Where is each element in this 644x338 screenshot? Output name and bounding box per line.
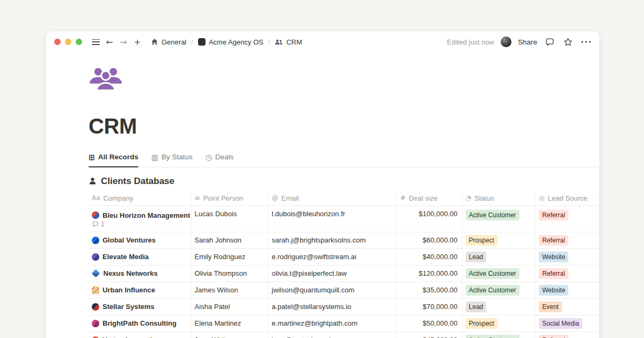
status-cell[interactable]: Lead	[463, 299, 536, 315]
deal-size-cell[interactable]: $100,000.00	[397, 206, 463, 232]
avatar[interactable]	[501, 36, 511, 47]
company-cell[interactable]: Stellar Systems	[89, 299, 192, 315]
column-label: Status	[474, 194, 494, 202]
forward-button[interactable]: →	[118, 35, 129, 48]
company-cell[interactable]: Urban Influence	[89, 282, 192, 298]
point-person-cell[interactable]: Emily Rodriguez	[192, 249, 269, 265]
company-logo-icon	[92, 253, 99, 261]
email-cell-value: e.rodriguez@swiftstream.ai	[272, 253, 356, 261]
column-header-deal-size[interactable]: #Deal size	[397, 191, 463, 205]
email-cell[interactable]: l.dubois@bleuhorizon.fr	[268, 206, 397, 232]
more-options-button[interactable]	[580, 35, 592, 48]
lead-source-cell[interactable]: Referral	[536, 206, 599, 232]
point-person-cell[interactable]: Elena Martinez	[192, 315, 269, 332]
company-cell[interactable]: Bleu Horizon Management1	[89, 206, 192, 232]
tab-all-records[interactable]: ⊞All Records	[89, 153, 138, 167]
column-header-company[interactable]: AaCompany	[89, 191, 192, 205]
column-label: Lead Source	[548, 194, 588, 202]
breadcrumb-label: CRM	[286, 38, 302, 46]
email-cell-value: e.martinez@brightpath.com	[272, 319, 357, 327]
point-person-cell[interactable]: Olivia Thompson	[192, 266, 269, 282]
back-button[interactable]: ←	[104, 35, 115, 48]
status-tag: Active Customer	[466, 335, 519, 338]
lead-source-cell[interactable]: Referral	[536, 266, 599, 282]
company-cell[interactable]: Nexus Networks	[89, 266, 192, 282]
minimize-window-button[interactable]	[65, 39, 71, 45]
email-cell[interactable]: jwilson@quantumquill.com	[268, 282, 397, 298]
lead-source-tag: Social Media	[539, 318, 582, 329]
deal-size-cell[interactable]: $60,000.00	[397, 232, 463, 248]
comments-button[interactable]	[544, 35, 555, 48]
deal-size-cell[interactable]: $50,000.00	[397, 315, 463, 332]
new-page-button[interactable]: +	[131, 35, 143, 48]
window-topbar: ← → + General/Acme Agency OS/CRM Edited …	[46, 31, 599, 53]
breadcrumb-item[interactable]: General	[149, 37, 188, 47]
ellipsis-icon	[581, 41, 591, 43]
select-property-icon: ◎	[539, 194, 544, 202]
email-cell[interactable]: jenn@vertexinnov.io	[268, 332, 397, 338]
status-cell[interactable]: Active Customer	[463, 332, 536, 338]
deal-size-cell[interactable]: $70,000.00	[397, 299, 463, 315]
comment-indicator[interactable]: 1	[92, 221, 105, 228]
point-person-cell[interactable]: Jenn Whitmore	[192, 332, 269, 338]
lead-source-cell[interactable]: Event	[536, 299, 599, 315]
point-person-cell[interactable]: James Wilson	[192, 282, 269, 298]
email-cell[interactable]: sarah.j@brightsparksolns.com	[268, 232, 397, 248]
point-person-cell[interactable]: Lucas Dubois	[192, 206, 269, 232]
status-property-icon: ◔	[466, 194, 471, 202]
breadcrumb-label: General	[162, 38, 186, 46]
maximize-window-button[interactable]	[76, 39, 82, 45]
status-cell[interactable]: Active Customer	[463, 282, 536, 298]
table-row: BrightPath ConsultingElena Martineze.mar…	[89, 315, 599, 332]
column-label: Email	[281, 194, 299, 202]
tab-by-status[interactable]: ▥By Status	[151, 153, 193, 167]
breadcrumb-item[interactable]: Acme Agency OS	[196, 37, 266, 47]
company-cell[interactable]: BrightPath Consulting	[89, 315, 192, 332]
column-header-status[interactable]: ◔Status	[463, 191, 536, 205]
table-row: Bleu Horizon Management1Lucas Duboisl.du…	[89, 206, 599, 232]
favorite-button[interactable]	[562, 35, 574, 48]
company-cell[interactable]: Vertex Innovations	[89, 332, 192, 338]
column-header-lead-source[interactable]: ◎Lead Source	[536, 191, 599, 205]
lead-source-cell[interactable]: Website	[536, 249, 599, 265]
column-label: Point Person	[203, 194, 243, 202]
lead-source-tag: Referral	[539, 268, 568, 279]
point-person-cell[interactable]: Sarah Johnson	[192, 232, 269, 248]
email-cell[interactable]: olivia.t@pixelperfect.law	[268, 266, 397, 282]
breadcrumb-item[interactable]: CRM	[273, 37, 304, 47]
deal-size-cell[interactable]: $40,000.00	[397, 249, 463, 265]
sidebar-toggle-button[interactable]	[90, 35, 101, 48]
status-tag: Active Customer	[466, 285, 519, 296]
close-window-button[interactable]	[54, 39, 61, 45]
lead-source-cell[interactable]: Referral	[536, 232, 599, 248]
share-button[interactable]: Share	[518, 38, 537, 46]
email-cell[interactable]: a.patel@stellarsystems.io	[268, 299, 397, 315]
email-cell[interactable]: e.martinez@brightpath.com	[268, 315, 397, 332]
deal-size-cell[interactable]: $120,000.00	[397, 266, 463, 282]
point-person-cell[interactable]: Aisha Patel	[192, 299, 269, 315]
view-tabs: ⊞All Records▥By Status◷Deals	[89, 153, 599, 167]
column-header-point-person[interactable]: ≡Point Person	[192, 191, 269, 205]
company-logo-icon	[92, 286, 99, 294]
email-cell[interactable]: e.rodriguez@swiftstream.ai	[268, 249, 397, 265]
lead-source-cell[interactable]: Referral	[536, 332, 599, 338]
lead-source-tag: Event	[539, 302, 562, 312]
lead-source-cell[interactable]: Social Media	[536, 315, 599, 332]
people-icon	[275, 39, 283, 46]
deal-size-cell[interactable]: $35,000.00	[397, 282, 463, 298]
company-cell[interactable]: Global Ventures	[89, 232, 192, 248]
lead-source-tag: Referral	[539, 335, 568, 338]
deal-size-cell[interactable]: $45,000.00	[397, 332, 463, 338]
tab-label: All Records	[98, 153, 138, 161]
status-cell[interactable]: Lead	[463, 249, 536, 265]
page-icon[interactable]	[89, 67, 599, 91]
lead-source-cell[interactable]: Website	[536, 282, 599, 298]
column-header-email[interactable]: @Email	[268, 191, 397, 205]
company-cell[interactable]: Elevate Media	[89, 249, 192, 265]
status-cell[interactable]: Active Customer	[463, 206, 536, 232]
status-cell[interactable]: Prospect	[463, 232, 536, 248]
breadcrumb-label: Acme Agency OS	[209, 38, 264, 46]
status-cell[interactable]: Active Customer	[463, 266, 536, 282]
tab-deals[interactable]: ◷Deals	[206, 153, 234, 167]
status-cell[interactable]: Prospect	[463, 315, 536, 332]
